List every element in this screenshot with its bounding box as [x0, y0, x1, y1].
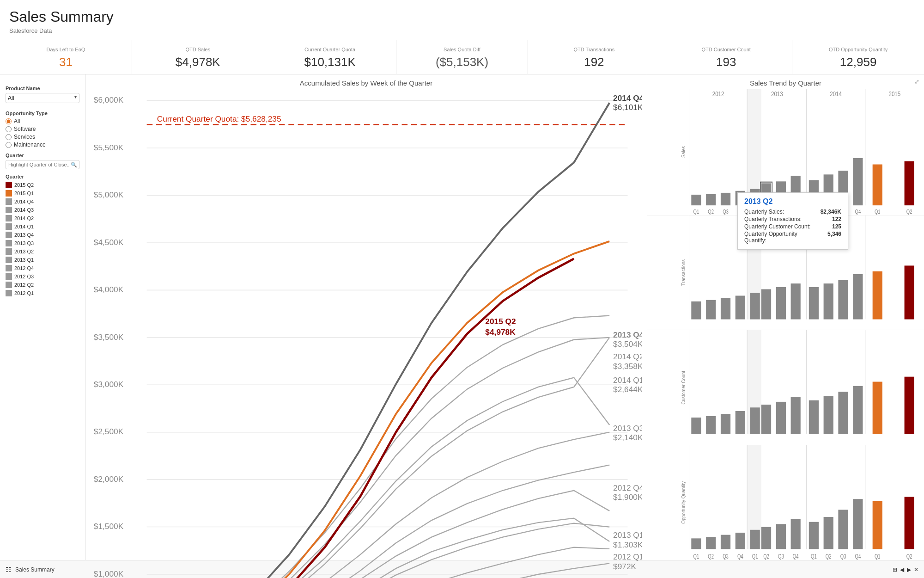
customer-bar-svg: 0 100 200	[689, 330, 924, 445]
svg-text:$1,900K: $1,900K	[613, 492, 642, 502]
legend-item[interactable]: 2012 Q3	[6, 273, 79, 280]
legend-list: 2015 Q22015 Q12014 Q42014 Q32014 Q22014 …	[6, 181, 79, 297]
svg-text:$4,978K: $4,978K	[485, 327, 516, 336]
svg-text:2013 Q1: 2013 Q1	[613, 530, 642, 540]
svg-rect-139	[809, 400, 819, 434]
svg-text:Q1: Q1	[752, 553, 758, 560]
svg-rect-119	[838, 280, 848, 319]
transactions-bar-svg: 0 100 200	[689, 215, 924, 330]
svg-text:2012 Q4: 2012 Q4	[613, 483, 642, 492]
svg-text:$972K: $972K	[613, 562, 636, 571]
svg-text:2014: 2014	[830, 90, 842, 98]
svg-text:2013 Q3: 2013 Q3	[613, 424, 642, 433]
legend-swatch	[6, 182, 12, 188]
opp-type-label: Opportunity Type	[6, 111, 79, 116]
svg-rect-140	[824, 396, 833, 434]
svg-rect-84	[853, 158, 863, 205]
legend-swatch	[6, 240, 12, 246]
opp-maintenance[interactable]: Maintenance	[6, 141, 79, 148]
legend-swatch	[6, 273, 12, 280]
legend-item[interactable]: 2014 Q1	[6, 223, 79, 230]
opp-software[interactable]: Software	[6, 126, 79, 132]
svg-text:$4,500K: $4,500K	[94, 238, 124, 247]
svg-text:Q4: Q4	[793, 209, 799, 215]
expand-icon[interactable]: ⤢	[914, 78, 919, 85]
next-icon[interactable]: ▶	[907, 566, 911, 573]
svg-text:$4,000K: $4,000K	[94, 285, 124, 294]
svg-text:Q4: Q4	[855, 553, 861, 560]
svg-rect-159	[776, 524, 786, 549]
legend-swatch	[6, 248, 12, 255]
legend-label: 2014 Q4	[14, 199, 34, 204]
svg-rect-143	[873, 382, 882, 434]
legend-label: 2012 Q2	[14, 282, 34, 288]
legend-label: 2012 Q1	[14, 290, 34, 296]
svg-rect-82	[824, 174, 833, 205]
kpi-qtd-sales-value: $4,978K	[137, 55, 259, 69]
legend-item[interactable]: 2013 Q4	[6, 231, 79, 239]
svg-rect-81	[809, 180, 819, 206]
svg-rect-138	[791, 397, 801, 434]
svg-text:2013 Q4: 2013 Q4	[613, 330, 642, 339]
product-select[interactable]: All	[6, 93, 79, 103]
svg-text:2013: 2013	[771, 90, 783, 98]
svg-rect-137	[776, 402, 786, 434]
legend-item[interactable]: 2012 Q4	[6, 264, 79, 272]
sales-bar-svg: 2012 2013 2014 2015 $1,000K $5,000K $9,0…	[689, 89, 924, 215]
svg-text:Q3: Q3	[778, 209, 784, 215]
line-chart-wrap: $6,000K $5,500K $5,000K $4,500K $4,000K …	[90, 90, 642, 578]
svg-rect-72	[691, 195, 701, 205]
bottom-icon: ☷	[6, 566, 12, 573]
legend-item[interactable]: 2013 Q2	[6, 248, 79, 255]
legend-swatch	[6, 198, 12, 205]
legend-label: 2012 Q3	[14, 274, 34, 279]
svg-rect-73	[706, 194, 716, 206]
kpi-quota: Current Quarter Quota $10,131K	[264, 40, 396, 74]
bottom-controls: ⊞ ◀ ▶ ✕	[893, 566, 918, 573]
center-chart: Accumulated Sales by Week of the Quarter…	[85, 74, 647, 560]
legend-item[interactable]: 2014 Q4	[6, 198, 79, 205]
legend-item[interactable]: 2014 Q3	[6, 206, 79, 214]
svg-rect-121	[873, 271, 882, 319]
transactions-bar-section: Transactions 0 100 200	[647, 215, 924, 331]
opp-type-radio-group: All Software Services Maintenance	[6, 118, 79, 148]
opp-services-label: Services	[14, 134, 35, 140]
kpi-transactions-value: 192	[533, 55, 655, 69]
svg-text:Q2: Q2	[826, 209, 832, 215]
product-select-wrap: All	[6, 93, 79, 106]
legend-label: 2015 Q1	[14, 191, 34, 196]
legend-label: 2014 Q1	[14, 224, 34, 229]
search-icon: 🔍	[71, 162, 77, 168]
kpi-qtd-sales: QTD Sales $4,978K	[132, 40, 264, 74]
legend-item[interactable]: 2014 Q2	[6, 215, 79, 222]
svg-rect-165	[873, 501, 882, 549]
opp-services[interactable]: Services	[6, 134, 79, 140]
legend-item[interactable]: 2013 Q1	[6, 256, 79, 264]
svg-rect-112	[736, 295, 745, 319]
svg-rect-142	[853, 386, 863, 434]
svg-rect-116	[791, 283, 801, 319]
transactions-y-label: Transactions	[647, 215, 689, 330]
quarter-search-wrap: 🔍	[6, 160, 79, 169]
prev-icon[interactable]: ◀	[900, 566, 904, 573]
close-icon[interactable]: ✕	[914, 566, 918, 573]
legend-item[interactable]: 2015 Q2	[6, 181, 79, 189]
legend-swatch	[6, 190, 12, 197]
main-area: Product Name All Opportunity Type All So…	[0, 74, 924, 560]
quarter-search-input[interactable]	[6, 160, 79, 169]
svg-text:$1,000K: $1,000K	[94, 569, 124, 578]
kpi-quota-diff-label: Sales Quota Diff	[401, 47, 523, 52]
opp-all[interactable]: All	[6, 118, 79, 124]
legend-item[interactable]: 2012 Q2	[6, 281, 79, 289]
grid-icon[interactable]: ⊞	[893, 566, 897, 573]
svg-rect-118	[824, 283, 833, 319]
legend-item[interactable]: 2013 Q3	[6, 240, 79, 247]
legend-item[interactable]: 2012 Q1	[6, 289, 79, 297]
svg-text:$2,140K: $2,140K	[613, 433, 642, 442]
svg-text:Q2: Q2	[763, 553, 769, 560]
legend-item[interactable]: 2015 Q1	[6, 190, 79, 197]
svg-rect-131	[691, 418, 701, 434]
svg-rect-132	[706, 416, 716, 434]
svg-rect-110	[706, 300, 716, 319]
kpi-customer-count: QTD Customer Count 193	[660, 40, 792, 74]
